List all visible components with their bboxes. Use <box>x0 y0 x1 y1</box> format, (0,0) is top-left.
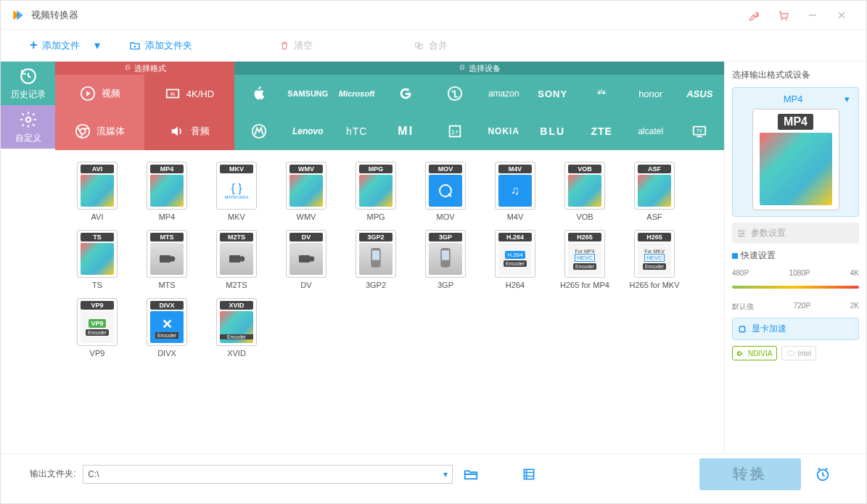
brand-mi[interactable]: MI <box>382 112 431 150</box>
brand-huawei[interactable] <box>578 75 627 112</box>
video-category[interactable]: 视频 <box>55 75 144 112</box>
format-item-mpg[interactable]: MPGMPG <box>344 160 408 223</box>
output-format-selector[interactable]: MP4 ▾ <box>739 94 852 104</box>
svg-point-0 <box>781 18 783 20</box>
app-title: 视频转换器 <box>31 9 78 22</box>
format-item-m2ts[interactable]: M2TSM2TS <box>205 228 268 291</box>
format-item-mov[interactable]: MOVMOV <box>414 160 477 223</box>
param-label: 参数设置 <box>751 227 786 239</box>
gpu-tag-intel[interactable]: Intel <box>781 346 816 360</box>
category-header: 选择格式 选择设备 <box>55 62 724 75</box>
brand-honor[interactable]: honor <box>626 75 675 112</box>
format-item-wmv[interactable]: WMVWMV <box>274 160 338 223</box>
output-format-header: 选择输出格式或设备 <box>732 69 859 81</box>
gpu-tag-nvidia[interactable]: NDIVIA <box>732 346 777 360</box>
svg-point-30 <box>239 256 245 262</box>
format-item-xvid[interactable]: XVIDEncoderXVID <box>205 297 268 359</box>
brand-amazon[interactable]: amazon <box>480 75 529 112</box>
svg-rect-36 <box>442 250 449 260</box>
format-item-mkv[interactable]: MKV{ }MATROSKAMKV <box>205 160 268 223</box>
brand-lenovo[interactable]: Lenovo <box>284 112 333 150</box>
format-item-ts[interactable]: TSTS <box>65 228 129 291</box>
brand-motorola[interactable] <box>234 112 284 150</box>
output-path-select[interactable]: C:\ ▾ <box>83 465 453 484</box>
4k-hd-category[interactable]: 4k4K/HD <box>144 75 234 112</box>
stream-category[interactable]: 流媒体 <box>55 112 144 150</box>
history-tab[interactable]: 历史记录 <box>1 62 55 105</box>
brand-blu[interactable]: BLU <box>528 112 578 150</box>
brand-lg[interactable] <box>430 75 480 112</box>
brand-tv[interactable]: TV <box>675 112 725 150</box>
format-badge: MP4 <box>150 165 184 173</box>
merge-button[interactable]: 合并 <box>414 39 448 52</box>
svg-rect-11 <box>460 66 463 70</box>
license-key-icon[interactable] <box>740 1 769 30</box>
brand-zte[interactable]: ZTE <box>578 112 627 150</box>
add-file-dropdown-icon[interactable]: ▾ <box>94 38 100 52</box>
resolution-row-bottom: 默认值 720P 2K <box>732 302 859 312</box>
format-label: MP4 <box>159 212 176 221</box>
format-item-h265-for-mkv[interactable]: H265For MKVHEVCEncoderH265 for MKV <box>622 228 686 291</box>
play-icon <box>80 86 96 102</box>
format-item-mp4[interactable]: MP4MP4 <box>135 160 199 223</box>
format-icon: DV <box>286 230 326 278</box>
format-item-3gp2[interactable]: 3GP23GP2 <box>344 228 408 291</box>
brand-sony[interactable]: SONY <box>528 75 578 112</box>
cart-icon[interactable] <box>769 1 798 30</box>
format-icon: H265For MP4HEVCEncoder <box>564 230 605 278</box>
format-item-h265-for-mp4[interactable]: H265For MP4HEVCEncoderH265 for MP4 <box>553 228 617 291</box>
format-badge: H265 <box>638 233 671 241</box>
brand-oneplus[interactable]: 1+ <box>430 112 480 150</box>
custom-tab[interactable]: 自定义 <box>1 105 55 149</box>
format-icon: H.264H.264Encoder <box>495 230 535 278</box>
gpu-accel-button[interactable]: 显卡加速 <box>732 318 859 340</box>
brand-apple[interactable] <box>234 75 284 112</box>
format-item-asf[interactable]: ASFASF <box>622 160 686 223</box>
format-item-avi[interactable]: AVIAVI <box>65 160 129 223</box>
film-button[interactable] <box>518 463 540 485</box>
add-file-button[interactable]: + 添加文件 <box>30 38 80 53</box>
format-label: M4V <box>507 212 524 221</box>
selected-format-label: MP4 <box>741 94 845 104</box>
brand-nokia[interactable]: NOKIA <box>480 112 529 150</box>
main-area: 历史记录 自定义 选择格式 选择设备 视频 4k4K/HD SAMSUNG Mi… <box>1 62 866 453</box>
category-row-2: 流媒体 音频 Lenovo hTC MI 1+ NOKIA BLU ZTE al… <box>55 112 724 150</box>
format-label: H265 for MP4 <box>560 281 609 289</box>
param-settings-button[interactable]: 参数设置 <box>732 223 859 244</box>
brand-google[interactable] <box>382 75 431 112</box>
add-folder-button[interactable]: 添加文件夹 <box>129 39 192 52</box>
format-badge: TS <box>81 233 114 241</box>
schedule-button[interactable] <box>808 466 837 482</box>
app-logo-icon <box>11 8 25 22</box>
format-item-divx[interactable]: DIVX✕EncoderDIVX <box>135 297 199 359</box>
brand-htc[interactable]: hTC <box>332 112 382 150</box>
format-label: VP9 <box>90 349 105 358</box>
brand-microsoft[interactable]: Microsoft <box>332 75 382 112</box>
format-item-vp9[interactable]: VP9VP9EncoderVP9 <box>65 297 129 359</box>
add-file-label: 添加文件 <box>42 39 80 52</box>
trash-icon <box>279 41 289 51</box>
format-icon: M4V♫ <box>495 162 535 210</box>
brand-samsung[interactable]: SAMSUNG <box>284 75 333 112</box>
convert-button[interactable]: 转换 <box>699 458 801 490</box>
format-item-mts[interactable]: MTSMTS <box>135 228 199 291</box>
format-item-dv[interactable]: DVDV <box>274 228 338 291</box>
format-item-3gp[interactable]: 3GP3GP <box>414 228 477 291</box>
close-button[interactable] <box>827 1 856 30</box>
format-item-h264[interactable]: H.264H.264EncoderH264 <box>483 228 547 291</box>
audio-category[interactable]: 音频 <box>144 112 234 150</box>
output-folder-label: 输出文件夹: <box>30 468 75 480</box>
format-item-m4v[interactable]: M4V♫M4V <box>483 160 547 223</box>
brand-alcatel[interactable]: alcatel <box>626 112 675 150</box>
brand-asus[interactable]: ASUS <box>675 75 725 112</box>
folder-plus-icon <box>129 40 141 51</box>
format-badge: M4V <box>498 165 532 173</box>
format-label: TS <box>92 281 102 289</box>
format-label: AVI <box>91 212 104 221</box>
open-folder-button[interactable] <box>460 463 482 485</box>
clear-button[interactable]: 清空 <box>279 39 313 52</box>
resolution-slider[interactable] <box>732 286 859 289</box>
format-item-vob[interactable]: VOBVOB <box>553 160 617 223</box>
minimize-button[interactable] <box>798 1 827 30</box>
speaker-icon <box>169 123 185 139</box>
